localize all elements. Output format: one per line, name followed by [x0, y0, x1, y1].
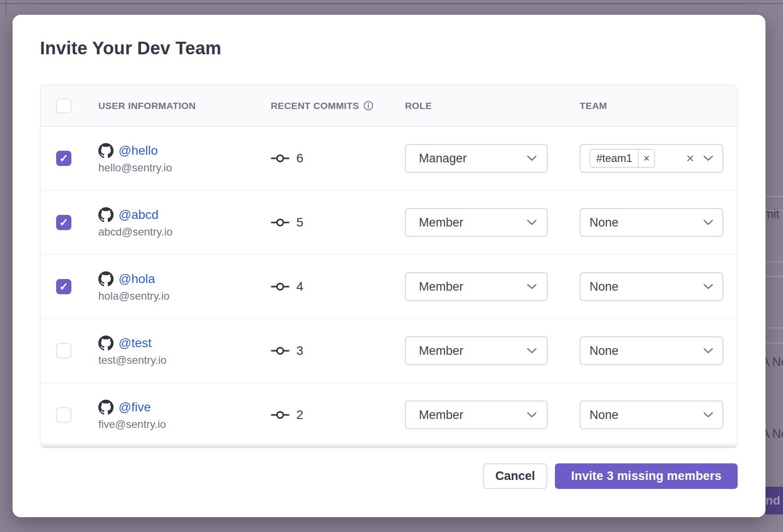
role-select[interactable]: Member — [405, 272, 548, 301]
user-information-cell: @test test@sentry.io — [98, 336, 271, 366]
cancel-button[interactable]: Cancel — [483, 463, 547, 489]
github-username-link[interactable]: @abcd — [119, 208, 158, 222]
background-row-line — [765, 343, 783, 344]
row-checkbox-cell — [40, 343, 98, 358]
clear-team-icon[interactable]: × — [686, 152, 694, 165]
recent-commits-cell: 5 — [271, 215, 405, 230]
role-select-value: Member — [419, 280, 527, 294]
role-select[interactable]: Member — [405, 208, 548, 237]
invite-members-table: USER INFORMATION RECENT COMMITS ROLE TEA… — [40, 85, 738, 448]
role-select[interactable]: Member — [405, 336, 548, 365]
table-row: @five five@sentry.io 2 Member — [40, 383, 737, 447]
background-window-edge-vertical — [5, 0, 6, 15]
header-recent-commits: RECENT COMMITS — [271, 100, 405, 111]
github-username-link[interactable]: @hello — [119, 144, 158, 158]
role-cell: Member — [405, 401, 580, 429]
user-email: hello@sentry.io — [98, 161, 271, 174]
team-select[interactable]: × None × — [580, 401, 723, 429]
chevron-down-icon — [527, 155, 537, 161]
role-select-value: Manager — [419, 152, 527, 166]
role-cell: Member — [405, 336, 580, 365]
select-all-checkbox[interactable] — [56, 98, 71, 113]
role-cell: Member — [405, 208, 580, 237]
row-checkbox-cell — [40, 407, 98, 423]
chevron-down-icon — [703, 348, 713, 354]
team-cell: × None × — [580, 401, 737, 429]
commit-count: 3 — [296, 344, 304, 358]
table-scroll-shadow — [40, 442, 737, 448]
user-email: test@sentry.io — [98, 354, 271, 366]
team-select[interactable]: #team1 × × — [580, 144, 723, 173]
commit-count: 4 — [296, 279, 304, 294]
team-cell: #team1 × × — [580, 144, 737, 173]
modal-footer: Cancel Invite 3 missing members — [40, 463, 738, 489]
chevron-down-icon — [703, 155, 713, 161]
github-icon — [98, 271, 114, 287]
git-commit-icon — [271, 281, 290, 292]
team-select[interactable]: × None × — [580, 208, 723, 237]
background-window-edge — [0, 3, 783, 4]
background-clipped-button: nd — [765, 487, 783, 515]
table-row: @abcd abcd@sentry.io 5 Member — [40, 191, 737, 255]
info-icon[interactable] — [363, 100, 374, 111]
header-team: TEAM — [580, 100, 737, 111]
github-username-link[interactable]: @test — [119, 336, 152, 350]
user-information-cell: @hello hello@sentry.io — [98, 143, 271, 174]
modal-title: Invite Your Dev Team — [40, 38, 221, 58]
row-checkbox[interactable] — [56, 215, 71, 230]
role-select[interactable]: Member — [405, 401, 548, 429]
header-role: ROLE — [405, 100, 580, 111]
role-select[interactable]: Manager — [405, 144, 548, 173]
chevron-down-icon — [703, 219, 713, 226]
user-email: abcd@sentry.io — [98, 226, 271, 238]
commit-count: 2 — [296, 408, 304, 422]
team-select[interactable]: × None × — [580, 336, 723, 365]
commit-count: 5 — [296, 215, 304, 230]
team-tag: #team1 × — [589, 149, 655, 168]
git-commit-icon — [271, 153, 290, 164]
git-commit-icon — [271, 217, 290, 228]
row-checkbox[interactable] — [56, 407, 71, 423]
header-user-information: USER INFORMATION — [98, 100, 271, 111]
team-select-value: None — [589, 408, 703, 422]
chevron-down-icon — [703, 412, 713, 418]
git-commit-icon — [271, 409, 290, 421]
chevron-down-icon — [527, 348, 537, 354]
git-commit-icon — [271, 345, 290, 357]
github-icon — [98, 336, 114, 351]
row-checkbox[interactable] — [56, 151, 71, 166]
team-select[interactable]: × None × — [580, 272, 723, 301]
select-all-cell — [40, 98, 98, 113]
row-checkbox[interactable] — [56, 343, 71, 358]
team-select-value: None — [589, 216, 703, 230]
github-username-link[interactable]: @hola — [119, 272, 155, 286]
background-row-line — [765, 262, 783, 262]
table-row: @test test@sentry.io 3 Member — [40, 319, 737, 383]
table-row: @hello hello@sentry.io 6 Manager — [40, 126, 737, 191]
row-checkbox-cell — [40, 151, 98, 166]
github-username-link[interactable]: @five — [119, 400, 151, 414]
background-row-line — [765, 276, 783, 277]
row-checkbox-cell — [40, 215, 98, 230]
recent-commits-cell: 2 — [271, 408, 405, 422]
role-select-value: Member — [419, 344, 527, 358]
background-clipped-text: mit — [763, 207, 779, 221]
role-cell: Manager — [405, 144, 580, 173]
recent-commits-cell: 4 — [271, 279, 405, 294]
background-row-line — [765, 327, 783, 328]
recent-commits-cell: 3 — [271, 344, 405, 358]
team-tag-label: #team1 — [590, 152, 638, 165]
table-body: @hello hello@sentry.io 6 Manager — [40, 126, 737, 447]
invite-members-button[interactable]: Invite 3 missing members — [555, 463, 738, 489]
user-information-cell: @abcd abcd@sentry.io — [98, 207, 271, 238]
role-select-value: Member — [419, 216, 527, 230]
user-information-cell: @hola hola@sentry.io — [98, 271, 271, 302]
chevron-down-icon — [527, 219, 537, 226]
row-checkbox-cell — [40, 279, 98, 294]
recent-commits-cell: 6 — [271, 151, 405, 166]
team-cell: × None × — [580, 208, 737, 237]
remove-team-tag-icon[interactable]: × — [638, 150, 654, 167]
row-checkbox[interactable] — [56, 279, 71, 294]
background-row-line — [765, 196, 783, 197]
github-icon — [98, 400, 114, 415]
